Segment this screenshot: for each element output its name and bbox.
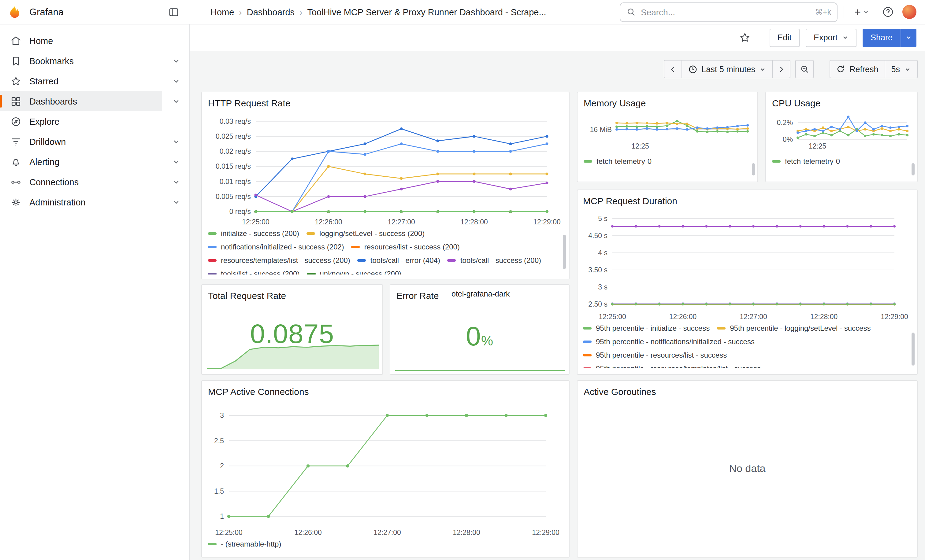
panel-title[interactable]: Active Goroutines — [584, 384, 911, 399]
sidebar-item-starred[interactable]: Starred — [0, 71, 189, 91]
legend-item[interactable]: resources/templates/list - success (200) — [208, 254, 350, 267]
sidebar-item-administration[interactable]: Administration — [0, 192, 189, 212]
sidebar-item-connections[interactable]: Connections — [0, 172, 189, 192]
sidebar-item-main[interactable]: Explore — [0, 111, 184, 131]
time-range-picker[interactable]: Last 5 minutes — [681, 60, 773, 78]
search-input[interactable] — [641, 7, 810, 17]
time-forward-button[interactable] — [772, 60, 791, 78]
brand-title: Grafana — [29, 6, 63, 17]
sidebar-item-main[interactable]: Bookmarks — [0, 51, 162, 71]
legend-scrollbar[interactable] — [911, 163, 914, 176]
panel-title[interactable]: MCP Request Duration — [583, 194, 911, 209]
sidebar-item-drilldown[interactable]: Drilldown — [0, 131, 189, 152]
sidebar-item-main[interactable]: Starred — [0, 71, 162, 91]
sidebar-item-dashboards[interactable]: Dashboards — [0, 91, 189, 111]
total-request-rate-sparkline — [207, 340, 379, 371]
legend-item[interactable]: 95th percentile - resources/list - succe… — [583, 348, 727, 362]
legend-swatch — [583, 341, 592, 343]
chevron-down-icon[interactable] — [167, 198, 185, 206]
legend-scrollbar[interactable] — [563, 235, 566, 269]
chevron-down-icon[interactable] — [167, 98, 185, 105]
legend-item[interactable]: resources/list - success (200) — [351, 240, 460, 254]
collapse-sidebar-button[interactable] — [165, 3, 182, 21]
edit-button[interactable]: Edit — [769, 29, 800, 47]
legend-item[interactable]: 95th percentile - initialize - success — [583, 321, 710, 335]
legend-scrollbar[interactable] — [752, 163, 755, 176]
apps-icon — [11, 96, 21, 107]
refresh-interval-picker[interactable]: 5s — [884, 60, 917, 78]
sidebar-item-main[interactable]: Dashboards — [0, 91, 162, 111]
sidebar-item-main[interactable]: Drilldown — [0, 131, 162, 152]
sidebar-item-main[interactable]: Administration — [0, 192, 162, 212]
top-bar: Grafana Home › Dashboards › ToolHive MCP… — [0, 0, 925, 24]
sidebar-item-main[interactable]: Home — [0, 30, 184, 51]
error-value: 0 — [466, 321, 481, 351]
legend-item[interactable]: unknown - success (200) — [307, 267, 401, 275]
new-button[interactable]: + — [851, 4, 873, 20]
favorite-button[interactable] — [736, 29, 753, 46]
sidebar-items: HomeBookmarksStarredDashboardsExploreDri… — [0, 30, 189, 212]
sidebar-item-home[interactable]: Home — [0, 30, 189, 51]
legend-item[interactable]: notifications/initialized - success (202… — [208, 240, 344, 254]
legend-label: logging/setLevel - success (200) — [319, 229, 425, 238]
memory-usage-chart: 16 MiB12:25 — [584, 111, 752, 151]
svg-text:12:27:00: 12:27:00 — [387, 218, 415, 226]
panel-active-goroutines: Active Goroutines No data — [577, 380, 917, 557]
legend-item[interactable]: 95th percentile - logging/setLevel - suc… — [717, 321, 871, 335]
legend-item[interactable]: tools/call - error (404) — [358, 254, 440, 267]
chevron-down-icon[interactable] — [167, 77, 185, 85]
panel-title[interactable]: Memory Usage — [584, 96, 751, 111]
legend-swatch — [717, 327, 726, 330]
export-button[interactable]: Export — [806, 29, 856, 47]
zoom-out-button[interactable] — [795, 60, 814, 78]
share-button[interactable]: Share — [863, 29, 901, 47]
no-data-message: No data — [577, 463, 917, 475]
home-icon — [11, 35, 21, 46]
panel-title[interactable]: HTTP Request Rate — [208, 96, 563, 111]
sidebar-item-explore[interactable]: Explore — [0, 111, 189, 131]
time-back-button[interactable] — [663, 60, 682, 78]
svg-text:16 MiB: 16 MiB — [590, 126, 612, 134]
chevron-down-icon[interactable] — [167, 178, 185, 186]
panel-title[interactable]: Total Request Rate — [208, 288, 376, 303]
sidebar-item-label: Alerting — [29, 157, 59, 167]
svg-text:0.015 req/s: 0.015 req/s — [215, 162, 251, 170]
svg-text:12:26:00: 12:26:00 — [669, 313, 697, 321]
dashboard-canvas: Last 5 minutes Refresh 5s — [190, 51, 925, 560]
panel-title[interactable]: CPU Usage — [772, 96, 911, 111]
search-box[interactable]: ⌘+k — [620, 2, 838, 22]
legend-item[interactable]: fetch-telemetry-0 — [584, 155, 652, 168]
panel-http-request-rate: HTTP Request Rate 0 req/s0.005 req/s0.01… — [201, 92, 569, 279]
chevron-down-icon[interactable] — [167, 158, 185, 165]
legend-item[interactable]: 95th percentile - resources/templates/li… — [583, 362, 761, 368]
sidebar-item-main[interactable]: Alerting — [0, 152, 162, 172]
chevron-down-icon[interactable] — [167, 138, 185, 145]
chevron-down-icon[interactable] — [167, 57, 185, 65]
legend-item[interactable]: logging/setLevel - success (200) — [306, 227, 425, 240]
svg-text:2: 2 — [220, 462, 224, 470]
share-menu-button[interactable] — [901, 29, 916, 47]
legend-item[interactable]: 95th percentile - notifications/initiali… — [583, 335, 755, 348]
plug-icon — [11, 176, 21, 188]
sidebar-item-alerting[interactable]: Alerting — [0, 152, 189, 172]
sidebar-item-bookmarks[interactable]: Bookmarks — [0, 51, 189, 71]
refresh-button[interactable]: Refresh — [830, 60, 885, 78]
panel-title[interactable]: MCP Active Connections — [208, 384, 563, 399]
sidebar-item-main[interactable]: Connections — [0, 172, 162, 192]
help-button[interactable] — [879, 3, 896, 21]
legend-scrollbar[interactable] — [911, 333, 914, 366]
chevron-down-icon — [905, 34, 912, 41]
legend-swatch — [351, 246, 360, 248]
breadcrumb-dashboards[interactable]: Dashboards — [247, 7, 295, 17]
refresh-group: Refresh 5s — [830, 60, 917, 78]
legend-item[interactable]: - (streamable-http) — [208, 537, 281, 551]
legend-swatch — [447, 259, 456, 262]
time-range-group: Last 5 minutes — [663, 60, 791, 78]
legend-item[interactable]: fetch-telemetry-0 — [772, 155, 840, 168]
user-avatar[interactable] — [902, 5, 916, 19]
breadcrumb-home[interactable]: Home — [211, 7, 234, 17]
legend-item[interactable]: tools/list - success (200) — [208, 267, 300, 275]
legend-item[interactable]: tools/call - success (200) — [447, 254, 541, 267]
legend-swatch — [208, 273, 217, 275]
legend-item[interactable]: initialize - success (200) — [208, 227, 299, 240]
